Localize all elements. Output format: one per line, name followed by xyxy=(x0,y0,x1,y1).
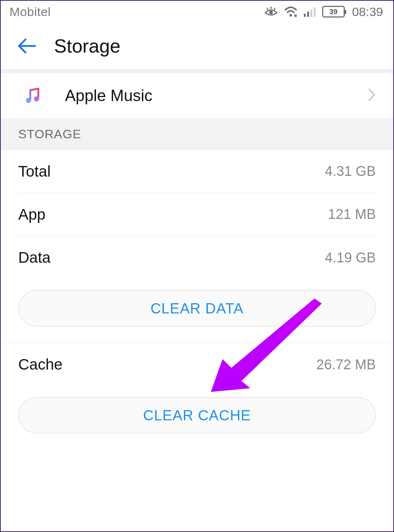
storage-list: Total 4.31 GB App 121 MB Data 4.19 GB xyxy=(1,150,393,279)
row-data: Data 4.19 GB xyxy=(18,236,376,279)
status-bar: Mobitel xyxy=(1,1,393,23)
app-row[interactable]: Apple Music xyxy=(1,73,393,118)
row-app: App 121 MB xyxy=(18,193,376,236)
row-cache: Cache 26.72 MB xyxy=(18,343,376,386)
app-icon xyxy=(18,81,47,110)
chevron-right-icon xyxy=(368,88,376,103)
clear-data-wrap: CLEAR DATA xyxy=(1,279,393,343)
row-total-value: 4.31 GB xyxy=(325,163,376,179)
music-note-icon xyxy=(24,87,41,104)
row-data-value: 4.19 GB xyxy=(325,250,376,266)
svg-rect-8 xyxy=(314,7,316,17)
app-name-label: Apple Music xyxy=(65,86,350,105)
titlebar: Storage xyxy=(1,23,393,69)
status-icons: 39 08:39 xyxy=(264,5,383,19)
row-cache-value: 26.72 MB xyxy=(316,357,376,373)
svg-point-4 xyxy=(289,14,292,17)
status-time: 08:39 xyxy=(352,5,383,19)
row-total-label: Total xyxy=(18,163,51,180)
arrow-left-icon xyxy=(17,38,36,54)
row-total: Total 4.31 GB xyxy=(18,150,376,193)
section-header-storage: STORAGE xyxy=(1,118,393,150)
cache-list: Cache 26.72 MB xyxy=(1,343,393,386)
row-data-label: Data xyxy=(18,249,51,266)
wifi-icon xyxy=(283,6,298,18)
back-button[interactable] xyxy=(17,36,36,56)
divider xyxy=(1,69,393,73)
svg-rect-7 xyxy=(310,9,312,17)
row-cache-label: Cache xyxy=(18,356,62,373)
svg-rect-5 xyxy=(304,14,306,17)
signal-icon xyxy=(303,6,317,18)
svg-point-0 xyxy=(269,11,273,14)
clear-data-button[interactable]: CLEAR DATA xyxy=(18,290,376,327)
svg-rect-6 xyxy=(307,12,309,17)
svg-point-11 xyxy=(34,96,39,101)
row-app-label: App xyxy=(18,206,46,223)
clear-cache-button[interactable]: CLEAR CACHE xyxy=(18,397,376,433)
page-title: Storage xyxy=(54,35,120,57)
row-app-value: 121 MB xyxy=(328,207,376,222)
clear-cache-wrap: CLEAR CACHE xyxy=(1,386,393,450)
battery-icon: 39 xyxy=(322,6,345,18)
carrier-label: Mobitel xyxy=(9,5,51,19)
eye-icon xyxy=(264,6,278,17)
battery-percent: 39 xyxy=(329,8,337,16)
svg-point-10 xyxy=(26,98,31,103)
